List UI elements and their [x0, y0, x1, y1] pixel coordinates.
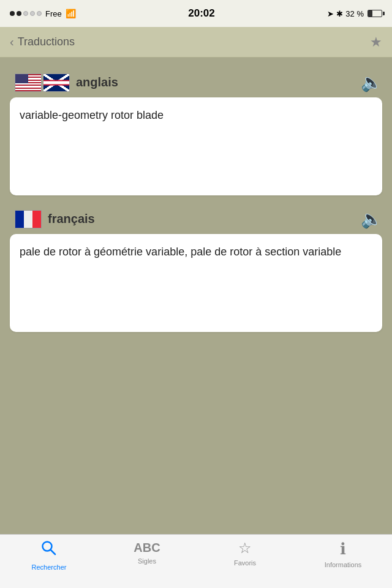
- tab-rechercher[interactable]: Rechercher: [0, 540, 98, 571]
- english-speaker-button[interactable]: 🔈: [361, 72, 382, 92]
- status-time: 20:02: [188, 7, 214, 20]
- french-translation-text: pale de rotor à géométrie variable, pale…: [20, 246, 341, 258]
- flag-red: [32, 211, 41, 228]
- dot-2: [17, 11, 21, 16]
- dot-3: [23, 11, 28, 16]
- nav-bar: ‹ Traductions ★: [0, 27, 392, 58]
- back-chevron-icon: ‹: [10, 35, 14, 49]
- status-left: Free 📶: [10, 9, 76, 18]
- flag-blue: [15, 211, 24, 228]
- dot-1: [10, 11, 15, 16]
- french-flag-icon: [15, 210, 42, 228]
- search-icon: [40, 540, 58, 561]
- french-header: français 🔈: [10, 204, 382, 234]
- french-lang-name: français: [48, 212, 95, 226]
- english-flag-combo: [15, 74, 70, 92]
- battery-label: 32 %: [345, 9, 364, 18]
- flag-white: [24, 211, 32, 228]
- battery-icon: [368, 10, 382, 17]
- english-lang-left: anglais: [15, 74, 118, 92]
- status-bar: Free 📶 20:02 ➤ ✱ 32 %: [0, 0, 392, 27]
- english-translation-box: variable-geometry rotor blade: [10, 97, 382, 195]
- tab-sigles-label: Sigles: [138, 557, 156, 565]
- tab-sigles[interactable]: ABC Sigles: [98, 540, 196, 565]
- dot-5: [37, 11, 42, 16]
- tab-bar: Rechercher ABC Sigles ☆ Favoris ℹ Inform…: [0, 534, 392, 588]
- sigles-icon: ABC: [134, 540, 160, 555]
- us-flag-icon: [15, 74, 42, 92]
- status-right: ➤ ✱ 32 %: [327, 9, 382, 18]
- french-speaker-button[interactable]: 🔈: [361, 209, 382, 229]
- english-header: anglais 🔈: [10, 67, 382, 97]
- dot-4: [30, 11, 35, 16]
- french-translation-box: pale de rotor à géométrie variable, pale…: [10, 234, 382, 332]
- svg-line-1: [51, 550, 56, 555]
- french-lang-left: français: [15, 210, 95, 228]
- tab-rechercher-label: Rechercher: [32, 564, 67, 571]
- carrier-label: Free: [45, 9, 62, 18]
- english-lang-name: anglais: [76, 75, 118, 89]
- bluetooth-icon: ✱: [336, 9, 343, 18]
- signal-dots: [10, 11, 42, 16]
- back-button[interactable]: ‹ Traductions: [10, 35, 75, 49]
- favoris-icon: ☆: [238, 540, 252, 557]
- tab-informations-label: Informations: [325, 561, 362, 568]
- battery-fill: [368, 10, 372, 17]
- english-section: anglais 🔈 variable-geometry rotor blade: [10, 67, 382, 195]
- french-section: français 🔈 pale de rotor à géométrie var…: [10, 204, 382, 332]
- favorite-button[interactable]: ★: [370, 34, 382, 50]
- uk-flag-icon: [43, 74, 70, 92]
- location-icon: ➤: [327, 9, 334, 18]
- wifi-icon: 📶: [66, 9, 76, 18]
- tab-favoris-label: Favoris: [234, 559, 256, 567]
- back-label: Traductions: [18, 36, 75, 48]
- english-translation-text: variable-geometry rotor blade: [20, 109, 164, 121]
- tab-favoris[interactable]: ☆ Favoris: [196, 540, 294, 567]
- info-icon: ℹ: [340, 540, 346, 559]
- main-content: anglais 🔈 variable-geometry rotor blade …: [0, 58, 392, 332]
- tab-informations[interactable]: ℹ Informations: [294, 540, 392, 568]
